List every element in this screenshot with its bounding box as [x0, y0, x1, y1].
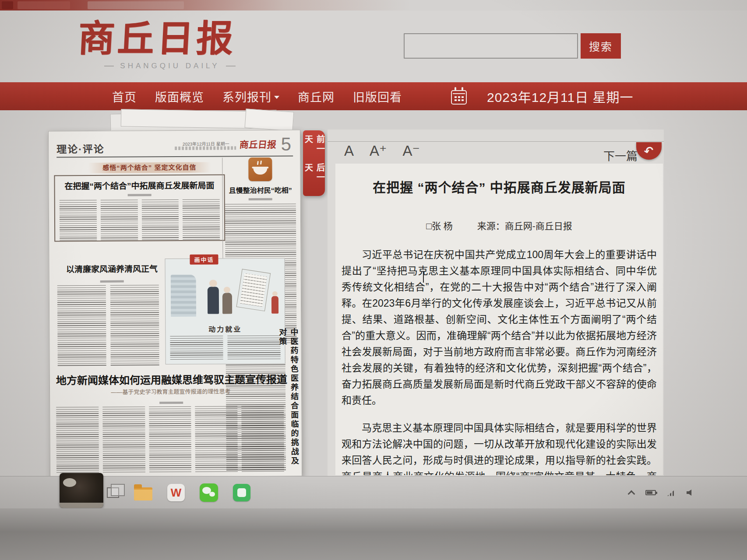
search-input[interactable] [404, 33, 578, 59]
calendar-icon[interactable] [451, 90, 467, 105]
taskbar-icons: W [107, 476, 250, 509]
text-cursor [423, 271, 424, 283]
paper-stack-sheet [245, 108, 294, 131]
site-logo-title: 商丘日报 [77, 17, 254, 61]
cartoon-note-columns [170, 336, 280, 360]
vertical-article-headline[interactable]: 中医药特色医养结合面临的挑战及对策 [276, 328, 300, 468]
lead-article-box[interactable]: 在把握“两个结合”中拓展商丘发展新局面 [54, 174, 225, 242]
article-paragraph: 习近平总书记在庆祝中国共产党成立100周年大会上的重要讲话中提出了“坚持把马克思… [342, 247, 657, 409]
article-title: 在把握 “两个结合” 中拓展商丘发展新局面 [335, 177, 663, 196]
previous-day-button[interactable]: 前一天 [302, 135, 326, 163]
page-masthead: 理论·评论 2023年12月11日 星期一 商丘日报 5 [56, 137, 293, 158]
cartoon-figure [208, 287, 219, 314]
byline-bar [159, 402, 183, 404]
cartoon-document [236, 269, 271, 312]
reader-toolbar-rule [328, 130, 664, 142]
screen-bezel [0, 508, 747, 560]
column-banner: 感悟“两个结合” 坚定文化自信 [88, 162, 211, 173]
mid-article-headline[interactable]: 以清廉家风涵养清风正气 [63, 262, 162, 274]
bottom-article-subhead: ——基于党史学习教育主题宣传报道的理性思考 [56, 387, 285, 396]
font-decrease-button[interactable]: A⁻ [402, 144, 419, 158]
masthead-paper-name: 商丘日报 [239, 137, 277, 150]
nav-item-shangqiu-net[interactable]: 商丘网 [298, 88, 335, 105]
cartoon-caption: 动力就业 [166, 323, 285, 334]
article-source: 来源：商丘网-商丘日报 [477, 219, 572, 232]
font-increase-button[interactable]: A⁺ [370, 144, 387, 158]
chevron-down-icon [274, 96, 279, 99]
search-button[interactable]: 搜索 [581, 33, 621, 59]
nav-item-home[interactable]: 首页 [112, 88, 137, 105]
site-logo-subtitle-row: SHANGQIU DAILY [104, 62, 236, 70]
desktop-animal-image [60, 473, 103, 508]
site-logo: 商丘日报 SHANGQIU DAILY [78, 17, 253, 70]
masthead-contact-blur [175, 146, 236, 150]
byline-bar [249, 198, 272, 200]
hulatang-column-stamp-icon [248, 158, 272, 181]
volume-icon[interactable] [687, 489, 694, 496]
battery-icon[interactable] [645, 490, 656, 495]
nav-date-area: 2023年12月11日 星期一 [451, 82, 634, 110]
browser-tab-fragment [88, 1, 184, 9]
nav-item-old-version[interactable]: 旧版回看 [353, 88, 402, 105]
nav-items: 首页 版面概览 系列报刊 商丘网 旧版回看 [112, 88, 402, 105]
nav-item-page-overview[interactable]: 版面概览 [155, 88, 204, 105]
article-byline: □张 杨 来源：商丘网-商丘日报 [335, 219, 663, 232]
tray-chevron-up-icon[interactable] [628, 490, 635, 498]
lead-article-headline[interactable]: 在把握“两个结合”中拓展商丘发展新局面 [60, 178, 220, 191]
return-button[interactable]: ↶ [636, 142, 662, 160]
cartoon-figure [271, 296, 278, 314]
main-nav: 首页 版面概览 系列报刊 商丘网 旧版回看 2023年12月11日 星期一 [0, 82, 747, 110]
cartoon-stamp: 画中话 [190, 254, 218, 264]
cartoon-building [171, 275, 197, 317]
article-reader-panel: A A⁺ A⁻ 下一篇 ↶ 在把握 “两个结合” 中拓展商丘发展新局面 □张 杨… [328, 130, 664, 477]
day-navigation-tab: 前一天 后一天 [303, 130, 325, 196]
notes-app-icon[interactable] [233, 484, 250, 501]
byline-bar [128, 194, 152, 196]
wps-office-icon[interactable]: W [167, 484, 185, 501]
right-column-headline[interactable]: 且慢整治村民“吃相” [225, 185, 296, 196]
cartoon-figure [222, 293, 232, 314]
system-tray [629, 476, 694, 509]
return-arrow-icon: ↶ [643, 144, 655, 158]
browser-tab-fragment [18, 1, 70, 9]
next-article-button[interactable]: 下一篇 [603, 147, 638, 163]
lead-article-text-columns [60, 199, 220, 240]
article-author: □张 杨 [426, 219, 453, 232]
next-day-button[interactable]: 后一天 [302, 163, 326, 192]
bottom-article-text-columns [56, 406, 284, 473]
article-paragraph: 马克思主义基本原理同中国具体实际相结合，就是要用科学的世界观和方法论解决中国的问… [342, 420, 657, 475]
section-label: 理论·评论 [56, 141, 105, 156]
current-date: 2023年12月11日 星期一 [487, 87, 634, 106]
wechat-icon[interactable] [200, 483, 218, 502]
newspaper-page-preview[interactable]: 理论·评论 2023年12月11日 星期一 商丘日报 5 感悟“两个结合” 坚定… [48, 130, 302, 477]
nav-item-series[interactable]: 系列报刊 [222, 88, 279, 105]
file-explorer-icon[interactable] [134, 487, 152, 500]
taskbar: W [0, 476, 747, 508]
browser-tab-fragment [2, 1, 13, 9]
task-view-icon[interactable] [107, 487, 119, 498]
article-content-card: 在把握 “两个结合” 中拓展商丘发展新局面 □张 杨 来源：商丘网-商丘日报 习… [335, 164, 663, 475]
screen: 商丘日报 SHANGQIU DAILY 搜索 首页 版面概览 系列报刊 商丘网 … [0, 0, 747, 560]
editorial-cartoon[interactable]: 画中话 动力就业 [165, 258, 285, 364]
site-logo-subtitle: SHANGQIU DAILY [120, 62, 219, 70]
font-size-controls: A A⁺ A⁻ [344, 144, 420, 158]
byline-bar [100, 280, 124, 283]
font-normal-button[interactable]: A [344, 144, 354, 158]
site-header: 商丘日报 SHANGQIU DAILY 搜索 [0, 10, 747, 82]
logo-rule-left [104, 66, 114, 66]
article-body: 习近平总书记在庆祝中国共产党成立100周年大会上的重要讲话中提出了“坚持把马克思… [342, 247, 657, 475]
logo-rule-right [226, 66, 236, 66]
network-icon[interactable] [667, 490, 675, 496]
mid-article-text-columns [57, 285, 159, 367]
browser-top-strip [0, 0, 747, 10]
bottom-article-headline[interactable]: 地方新闻媒体如何运用融媒思维驾驭主题宣传报道 [56, 371, 285, 388]
page-number: 5 [281, 134, 292, 155]
